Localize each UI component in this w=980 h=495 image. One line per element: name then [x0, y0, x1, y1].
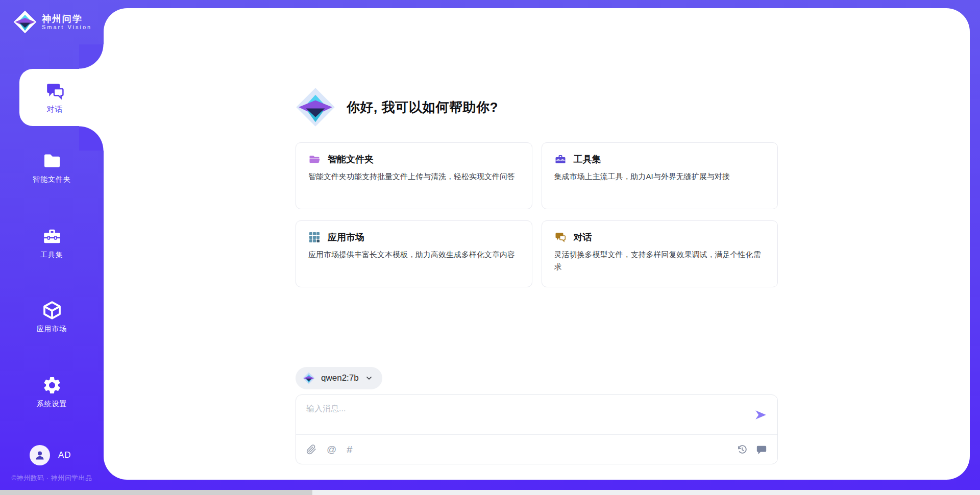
card-title: 智能文件夹	[328, 153, 374, 165]
bottom-strip	[0, 490, 980, 495]
card-smart-folder[interactable]: 智能文件夹 智能文件夹功能支持批量文件上传与清洗，轻松实现文件问答	[296, 142, 532, 209]
greeting: 你好, 我可以如何帮助你?	[296, 87, 778, 127]
chevron-down-icon	[365, 374, 373, 382]
main-panel: 你好, 我可以如何帮助你? 智能文件夹 智能文件夹功能支持批量文件上传与清洗，轻…	[104, 8, 970, 480]
bottom-strip-segment	[0, 490, 312, 495]
card-title: 应用市场	[328, 231, 364, 243]
folder-icon	[42, 151, 62, 171]
chat-square-icon	[756, 444, 767, 455]
sidebar-item-tools[interactable]: 工具集	[0, 226, 104, 260]
model-logo-icon	[303, 372, 315, 384]
sidebar-item-label: 系统设置	[0, 400, 104, 409]
at-icon: @	[327, 444, 336, 454]
brand-text: 神州问学 Smart Vision	[42, 14, 92, 31]
user-profile[interactable]: AD	[30, 445, 71, 465]
greeting-logo-icon	[296, 87, 335, 127]
sidebar-item-chat[interactable]: 对话	[19, 69, 104, 126]
card-description: 智能文件夹功能支持批量文件上传与清洗，轻松实现文件问答	[308, 170, 520, 183]
tab-flare-bottom	[79, 126, 104, 151]
gear-icon	[42, 375, 62, 395]
card-title: 工具集	[574, 153, 601, 165]
card-description: 集成市场上主流工具，助力AI与外界无缝扩展与对接	[554, 170, 766, 183]
card-title: 对话	[574, 231, 592, 243]
toolbox-icon	[42, 226, 62, 246]
brand: 神州问学 Smart Vision	[13, 10, 92, 34]
chat-bubbles-icon	[45, 81, 65, 102]
user-initials: AD	[58, 450, 71, 460]
avatar	[30, 445, 50, 465]
model-name: qwen2:7b	[321, 373, 359, 383]
hash-icon: #	[347, 444, 352, 455]
greeting-title: 你好, 我可以如何帮助你?	[347, 98, 498, 116]
sidebar-item-market[interactable]: 应用市场	[0, 300, 104, 334]
mention-button[interactable]: @	[327, 444, 336, 454]
sidebar-item-label: 应用市场	[0, 325, 104, 334]
brand-logo-icon	[13, 10, 37, 34]
cube-icon	[42, 300, 62, 320]
chat-bubbles-icon	[554, 231, 567, 243]
main-content: 你好, 我可以如何帮助你? 智能文件夹 智能文件夹功能支持批量文件上传与清洗，轻…	[296, 8, 778, 464]
model-selector[interactable]: qwen2:7b	[296, 367, 382, 389]
person-icon	[34, 449, 46, 461]
toolbox-icon	[554, 153, 567, 165]
card-description: 应用市场提供丰富长文本模板，助力高效生成多样化文章内容	[308, 249, 520, 261]
send-button[interactable]	[754, 408, 767, 422]
attach-button[interactable]	[306, 444, 316, 455]
sidebar-item-label: 对话	[47, 105, 63, 114]
composer-toolbar: @ #	[296, 434, 777, 464]
history-button[interactable]	[737, 444, 748, 455]
topic-button[interactable]: #	[347, 444, 352, 455]
message-composer: @ #	[296, 394, 778, 464]
new-chat-button[interactable]	[756, 444, 767, 455]
brand-name: 神州问学	[42, 14, 92, 24]
card-app-market[interactable]: 应用市场 应用市场提供丰富长文本模板，助力高效生成多样化文章内容	[296, 220, 532, 287]
sidebar-item-settings[interactable]: 系统设置	[0, 375, 104, 409]
card-chat[interactable]: 对话 灵活切换多模型文件，支持多样回复效果调试，满足个性化需求	[542, 220, 778, 287]
feature-cards: 智能文件夹 智能文件夹功能支持批量文件上传与清洗，轻松实现文件问答 工具	[296, 142, 778, 287]
paperclip-icon	[306, 444, 316, 455]
send-icon	[754, 408, 767, 422]
sidebar: 神州问学 Smart Vision 对话 智能文件夹	[0, 0, 104, 490]
card-toolset[interactable]: 工具集 集成市场上主流工具，助力AI与外界无缝扩展与对接	[542, 142, 778, 209]
message-input[interactable]	[296, 395, 725, 429]
tab-flare-top	[79, 44, 104, 69]
card-description: 灵活切换多模型文件，支持多样回复效果调试，满足个性化需求	[554, 249, 766, 273]
brand-subtitle: Smart Vision	[42, 24, 92, 30]
copyright-text: ©神州数码 · 神州问学出品	[0, 474, 104, 483]
history-icon	[737, 444, 748, 455]
sidebar-item-label: 智能文件夹	[0, 175, 104, 184]
grid-icon	[308, 231, 321, 243]
sidebar-item-folders[interactable]: 智能文件夹	[0, 151, 104, 184]
folder-icon	[308, 153, 321, 165]
sidebar-item-label: 工具集	[0, 251, 104, 260]
